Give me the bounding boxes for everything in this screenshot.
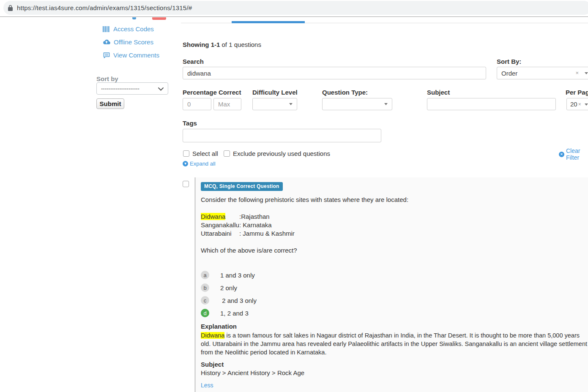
question-sites-list: Didwana :Rajasthan Sanganakallu : Karnat… [201, 212, 295, 238]
sidebar-item-label: Access Codes [113, 25, 154, 33]
option-letter-badge: a [201, 271, 209, 279]
sort-by-select[interactable]: Order × [497, 67, 588, 79]
sort-by-value: Order [501, 70, 517, 77]
showing-count-bold: Showing 1-1 [183, 41, 220, 48]
percentage-min-input[interactable] [183, 98, 211, 110]
percentage-max-input[interactable] [213, 98, 241, 110]
option-text: 1 and 3 only [220, 272, 255, 279]
option-text: 2 only [220, 284, 237, 291]
exclude-used-checkbox[interactable] [224, 150, 230, 157]
option-row-a[interactable]: a 1 and 3 only [201, 271, 257, 279]
question-prompt: Which of the above is/are correct? [201, 247, 297, 254]
site-row: Uttarabaini : Jammu & Kashmir [201, 229, 295, 238]
url-text[interactable]: https://test.ias4sure.com/admin/exams/13… [17, 4, 192, 11]
per-page-value: 20 [570, 101, 577, 108]
site-name-cell: Didwana [201, 212, 239, 221]
barcode-icon [103, 26, 110, 32]
sidebar-item-label: View Comments [113, 52, 159, 59]
cutoff-sidebar-icon [132, 17, 136, 19]
option-letter-badge: b [201, 283, 209, 292]
cutoff-notification-badge [152, 17, 166, 20]
showing-count-rest: of 1 questions [220, 41, 261, 48]
search-label: Search [183, 58, 204, 65]
option-row-d-correct[interactable]: d 1, 2 and 3 [201, 309, 257, 317]
option-text: 2 and 3 only [220, 297, 257, 304]
lock-icon[interactable] [8, 5, 13, 11]
site-name-cell: Uttarabaini [201, 229, 239, 238]
sidebar-sort-by-select[interactable]: --------------------- [96, 82, 168, 95]
difficulty-level-label: Difficulty Level [252, 89, 298, 96]
option-letter-badge: c [201, 296, 209, 305]
caret-down-icon [585, 103, 588, 106]
site-name: Uttarabaini [201, 230, 232, 237]
less-link[interactable]: Less [201, 382, 213, 389]
tags-input[interactable] [183, 129, 381, 142]
expand-all-label: Expand all [190, 161, 216, 167]
question-card: MCQ, Single Correct Question Consider th… [194, 177, 588, 392]
site-name-highlighted: Didwana [201, 213, 225, 220]
per-page-label: Per Page [566, 89, 588, 96]
explanation-label: Explanation [201, 323, 237, 330]
question-type-select[interactable] [322, 98, 392, 110]
subject-breadcrumb: History > Ancient History > Rock Age [201, 369, 304, 376]
site-state: :Rajasthan [239, 212, 270, 221]
clear-selection-icon[interactable]: × [575, 70, 579, 76]
sidebar-item-view-comments[interactable]: View Comments [103, 52, 159, 59]
percentage-correct-label: Percentage Correct [183, 89, 241, 96]
site-row: Sanganakallu : Karnataka [201, 221, 295, 229]
search-input[interactable] [183, 67, 486, 79]
submit-button[interactable]: Submit [96, 98, 124, 109]
question-select-checkbox[interactable] [183, 181, 189, 187]
expand-all-link[interactable]: ▾ Expand all [183, 161, 216, 167]
select-all-label: Select all [192, 150, 218, 157]
active-tab-indicator [232, 21, 305, 23]
clear-selection-icon[interactable]: × [578, 101, 581, 107]
explanation-text: Didwana is a town famous for salt lakes … [201, 331, 588, 357]
per-page-select[interactable]: 20 × [566, 98, 588, 110]
sidebar-item-label: Offline Scores [114, 38, 153, 46]
options-list: a 1 and 3 only b 2 only c 2 and 3 only d… [201, 271, 257, 321]
caret-down-icon [289, 103, 293, 105]
caret-down-icon [384, 103, 388, 105]
caret-down-icon [585, 72, 588, 74]
option-row-c[interactable]: c 2 and 3 only [201, 296, 257, 305]
showing-count: Showing 1-1 of 1 questions [183, 41, 261, 48]
site-state: : Jammu & Kashmir [239, 229, 295, 238]
sidebar-sort-by-label: Sort by [96, 75, 118, 82]
comment-icon [103, 52, 110, 58]
option-letter-badge: d [201, 309, 209, 317]
option-text: 1, 2 and 3 [220, 310, 249, 317]
select-all-checkbox[interactable] [183, 150, 189, 157]
chevron-down-icon [158, 85, 164, 92]
cloud-upload-icon [103, 39, 110, 45]
subject-filter-label: Subject [427, 89, 450, 96]
exclude-used-label: Exclude previously used questions [233, 150, 330, 157]
question-type-label: Question Type: [322, 89, 368, 96]
explanation-body: is a town famous for salt lakes in Nagau… [201, 332, 587, 356]
circle-chevron-down-icon: ▾ [183, 161, 188, 166]
question-type-badge: MCQ, Single Correct Question [201, 182, 283, 191]
difficulty-level-select[interactable] [252, 98, 297, 110]
browser-chrome: https://test.ias4sure.com/admin/exams/13… [0, 0, 588, 17]
site-state: : Karnataka [239, 221, 272, 229]
sidebar-item-access-codes[interactable]: Access Codes [103, 25, 154, 33]
question-intro: Consider the following prehistoric sites… [201, 196, 408, 203]
clear-filter-label: Clear Filter [566, 147, 588, 161]
explanation-highlight: Didwana [201, 332, 224, 339]
tags-label: Tags [183, 120, 197, 127]
site-name: Sanganakallu [201, 221, 239, 229]
sidebar-item-offline-scores[interactable]: Offline Scores [103, 38, 153, 46]
site-name-cell: Sanganakallu [201, 221, 239, 229]
subject-label: Subject [201, 361, 224, 368]
site-row: Didwana :Rajasthan [201, 212, 295, 221]
circle-x-icon: × [559, 152, 564, 157]
address-bar[interactable]: https://test.ias4sure.com/admin/exams/13… [3, 1, 588, 15]
subject-filter-input[interactable] [427, 98, 556, 110]
sort-by-label: Sort By: [497, 58, 521, 65]
sidebar-sort-by-value: --------------------- [101, 85, 158, 92]
option-row-b[interactable]: b 2 only [201, 283, 257, 292]
clear-filter-link[interactable]: × Clear Filter [559, 147, 588, 161]
selection-options-row: Select all Exclude previously used quest… [183, 150, 336, 157]
